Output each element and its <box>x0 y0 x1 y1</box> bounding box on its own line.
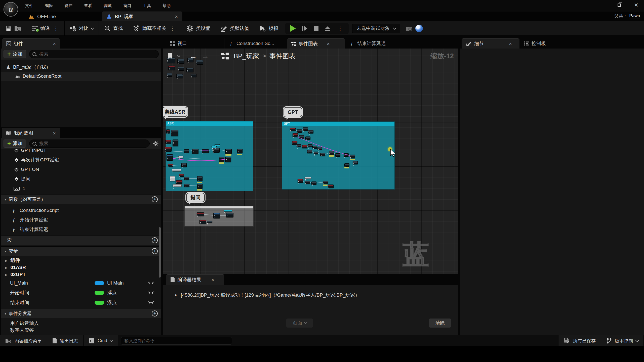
class-settings-button[interactable]: 类设置 <box>181 21 215 36</box>
close-panel-icon[interactable]: × <box>211 277 214 282</box>
content-drawer-button[interactable]: 内容侧滑菜单 <box>0 335 47 346</box>
comment-box-ask[interactable] <box>184 206 254 227</box>
cmd-dropdown[interactable]: Cmd <box>84 335 118 346</box>
input-event-item-1[interactable]: 1 <box>1 184 161 193</box>
dispatchers-section-header[interactable]: ▾ 事件分发器 + <box>1 309 161 318</box>
event-item-recalc-gpt-delay[interactable]: 再次计算GPT延迟 <box>1 155 161 165</box>
macros-section-header[interactable]: 宏 + <box>1 236 161 245</box>
blueprint-search[interactable] <box>29 140 150 148</box>
blueprint-search-input[interactable] <box>39 141 146 147</box>
tab-details[interactable]: 细节 × <box>462 38 519 49</box>
browse-asset-icon[interactable] <box>14 25 22 32</box>
scrollbar[interactable] <box>159 227 161 278</box>
debug-object-dropdown[interactable]: 未选中调试对象 <box>352 24 400 33</box>
add-variable-icon[interactable]: + <box>152 248 158 254</box>
tab-compiler-results[interactable]: 编译器结果 × <box>166 274 224 285</box>
expand-arrow-icon[interactable]: ▸ <box>5 265 8 270</box>
breadcrumb-root[interactable]: BP_玩家 <box>234 52 259 61</box>
stop-button[interactable] <box>314 26 318 31</box>
variable-row-ui-main[interactable]: UI_Main UI Main <box>1 278 161 288</box>
menu-help[interactable]: 帮助 <box>163 3 171 9</box>
component-root-row[interactable]: ♟ BP_玩家（自我） <box>1 63 161 72</box>
back-arrow-icon[interactable]: ← <box>189 52 197 60</box>
search-settings-gear-icon[interactable] <box>153 141 159 147</box>
graph-node[interactable] <box>191 74 196 77</box>
eye-closed-icon[interactable] <box>148 301 154 304</box>
frame-skip-button[interactable] <box>302 26 307 31</box>
debug-browse-icon[interactable] <box>405 25 413 32</box>
unreal-logo-icon[interactable]: u <box>4 2 18 17</box>
close-panel-icon[interactable]: × <box>53 131 56 136</box>
comment-bubble-offline-asr[interactable]: 离线ASR <box>163 107 187 117</box>
parent-class-link[interactable]: Pawn <box>629 13 640 19</box>
forward-arrow-icon[interactable]: → <box>202 52 209 60</box>
menu-window[interactable]: 窗口 <box>123 3 131 9</box>
menu-debug[interactable]: 调试 <box>104 3 112 9</box>
close-button[interactable]: × <box>633 2 639 8</box>
event-graph-canvas[interactable]: ← → BP_玩家 > 事件图表 缩放-12 离线ASR ASR <box>163 49 458 274</box>
console-command-input[interactable] <box>124 338 229 344</box>
variable-row-end-time[interactable]: 结束时间 浮点 <box>1 298 161 307</box>
component-scene-root-row[interactable]: DefaultSceneRoot <box>1 72 161 81</box>
playback-options-icon[interactable]: ⋮ <box>337 25 344 31</box>
menu-file[interactable]: 文件 <box>25 3 33 9</box>
hide-unrelated-button[interactable]: 隐藏不相关 ⋮ <box>128 21 181 36</box>
dispatcher-item-user-voice-input[interactable]: 用户语音输入 <box>1 320 161 327</box>
bookmark-icon[interactable] <box>167 53 173 60</box>
add-dispatcher-icon[interactable]: + <box>152 310 158 316</box>
graph-node[interactable] <box>176 74 183 78</box>
close-tab-icon[interactable]: × <box>175 14 178 19</box>
event-item-gpt-on[interactable]: GPT ON <box>1 165 161 174</box>
tab-components[interactable]: C 组件 × <box>2 38 60 49</box>
comment-box-asr[interactable]: ASR <box>166 121 253 191</box>
tab-my-blueprint[interactable]: 我的蓝图 × <box>2 128 60 138</box>
tab-viewport[interactable]: 视口 <box>166 38 199 49</box>
variable-category-01asr[interactable]: ▸ 01ASR <box>1 264 161 271</box>
tab-end-delay-calc[interactable]: ƒ 结束计算延迟 <box>345 38 393 49</box>
compile-button[interactable]: ✓ 编译 ⋮ <box>27 21 64 36</box>
comment-bubble-gpt[interactable]: GPT <box>284 107 302 117</box>
function-item-construction-script[interactable]: ƒ ConstructionScript <box>1 206 161 215</box>
collapse-arrow-icon[interactable]: ▾ <box>5 249 6 253</box>
tab-bp-player[interactable]: ♟ BP_玩家 × <box>102 12 182 21</box>
add-blueprint-item-button[interactable]: + 添加 <box>4 140 26 148</box>
eye-closed-icon[interactable] <box>148 291 154 295</box>
globe-icon[interactable] <box>415 25 423 32</box>
menu-tools[interactable]: 工具 <box>143 3 151 9</box>
class-defaults-button[interactable]: 类默认值 <box>215 21 254 36</box>
graph-node[interactable] <box>168 66 175 70</box>
expand-arrow-icon[interactable]: ▸ <box>5 258 8 263</box>
graph-node[interactable] <box>178 67 184 71</box>
tab-offline-level[interactable]: OFFLine <box>24 12 60 21</box>
add-function-icon[interactable]: + <box>152 196 158 202</box>
eject-button[interactable] <box>325 26 330 31</box>
eye-closed-icon[interactable] <box>148 281 154 285</box>
variable-category-components[interactable]: ▸ 组件 <box>1 257 161 264</box>
simulate-button[interactable]: 模拟 <box>254 21 283 36</box>
tab-event-graph[interactable]: 事件图表 × <box>287 38 345 49</box>
add-macro-icon[interactable]: + <box>152 237 158 243</box>
minimize-button[interactable] <box>600 4 604 6</box>
collapse-arrow-icon[interactable]: ▾ <box>5 197 6 201</box>
collapse-arrow-icon[interactable]: ▾ <box>5 311 6 315</box>
menu-asset[interactable]: 资产 <box>64 3 72 9</box>
clear-button[interactable]: 清除 <box>429 319 451 328</box>
close-panel-icon[interactable]: × <box>509 41 512 46</box>
tab-palette[interactable]: 控制板 <box>519 38 560 49</box>
version-control-button[interactable]: 版本控制 <box>601 335 644 346</box>
page-button[interactable]: 页面 <box>286 319 313 328</box>
diff-button[interactable]: 对比 <box>65 21 99 36</box>
find-button[interactable]: 查找 <box>99 21 128 36</box>
restore-button[interactable] <box>618 4 621 7</box>
output-log-button[interactable]: 输出日志 <box>47 335 84 346</box>
play-button[interactable] <box>290 25 296 32</box>
event-item-ask[interactable]: 提问 <box>1 174 161 184</box>
variables-section-header[interactable]: ▾ 变量 + <box>1 246 161 256</box>
variable-category-02gpt[interactable]: ▸ 02GPT <box>1 271 161 278</box>
event-item-gpt-input[interactable]: GPT INPUT <box>1 149 161 155</box>
menu-edit[interactable]: 编辑 <box>45 3 53 9</box>
functions-section-header[interactable]: ▾ 函数（24可覆盖） + <box>1 195 161 204</box>
add-component-button[interactable]: + 添加 <box>4 50 26 58</box>
all-saved-button[interactable]: 所有已保存 <box>558 335 601 346</box>
components-search-input[interactable] <box>39 51 155 57</box>
